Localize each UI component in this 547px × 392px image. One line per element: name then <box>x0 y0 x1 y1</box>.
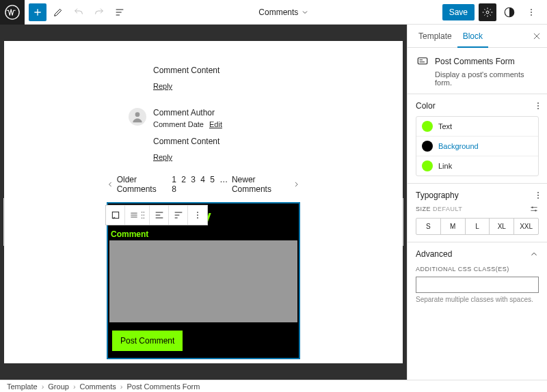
sidebar-tabs: Template Block <box>408 25 547 48</box>
edit-tool-button[interactable] <box>49 3 67 21</box>
svg-point-1 <box>486 11 489 14</box>
breadcrumb-item[interactable]: Template <box>7 382 38 391</box>
svg-point-8 <box>143 214 144 215</box>
wp-logo[interactable] <box>0 0 25 25</box>
align-button[interactable] <box>150 206 169 225</box>
size-settings-icon[interactable] <box>529 204 539 214</box>
page-numbers[interactable]: 1 2 3 4 5 … 8 <box>172 175 232 194</box>
breadcrumb-item[interactable]: Group <box>48 382 69 391</box>
svg-rect-11 <box>418 58 427 64</box>
css-classes-input[interactable] <box>416 277 539 293</box>
comment-author: Comment Author <box>153 108 222 117</box>
svg-point-10 <box>143 218 144 219</box>
comment-textarea[interactable] <box>109 240 297 322</box>
typography-title: Typography <box>416 191 459 200</box>
comments-form-icon <box>416 55 429 68</box>
svg-point-0 <box>5 5 19 18</box>
list-view-button[interactable] <box>111 3 129 21</box>
block-name: Post Comments Form <box>435 57 515 66</box>
svg-point-7 <box>141 214 142 215</box>
comment-item: Comment Author Comment DateEdit Comment … <box>4 105 403 164</box>
font-size-group: S M L XL XXL <box>416 218 539 235</box>
size-xxl[interactable]: XXL <box>514 219 538 234</box>
block-type-button[interactable] <box>106 206 125 225</box>
advanced-toggle[interactable]: Advanced <box>416 249 539 259</box>
resize-handle-right[interactable] <box>402 198 403 246</box>
reply-link[interactable]: Reply <box>153 153 222 161</box>
size-l[interactable]: L <box>466 219 490 234</box>
comment-item: Comment Content Reply <box>4 61 403 93</box>
edit-link[interactable]: Edit <box>209 120 222 128</box>
block-info-panel: Post Comments Form Display a post's comm… <box>408 48 547 94</box>
older-comments-link[interactable]: Older Comments <box>107 175 172 194</box>
editor-canvas[interactable]: Comment Content Reply Comment Author Com… <box>4 41 403 363</box>
chevron-down-icon <box>301 8 309 16</box>
css-classes-hint: Separate multiple classes with spaces. <box>416 296 539 303</box>
comments-pagination: Older Comments 1 2 3 4 5 … 8 Newer Comme… <box>4 167 403 202</box>
reply-link[interactable]: Reply <box>153 82 219 90</box>
post-comments-form-block[interactable]: Leave a Reply Comment Post Comment <box>107 202 300 359</box>
tab-block[interactable]: Block <box>457 25 488 48</box>
svg-rect-4 <box>112 212 118 218</box>
comment-label: Comment <box>108 229 299 240</box>
svg-point-9 <box>141 218 142 219</box>
comment-date: Comment Date <box>153 120 204 128</box>
color-background-button[interactable]: Background <box>416 137 538 156</box>
breadcrumb-item[interactable]: Post Comments Form <box>126 382 200 391</box>
doc-title-text: Comments <box>258 8 298 17</box>
comment-content: Comment Content <box>153 135 222 146</box>
block-breadcrumb: Template› Group› Comments› Post Comments… <box>0 380 547 392</box>
avatar-icon <box>129 108 146 126</box>
more-options-button[interactable] <box>522 3 540 21</box>
post-comment-button[interactable]: Post Comment <box>112 331 183 351</box>
block-description: Display a post's comments form. <box>435 70 539 87</box>
advanced-panel: Advanced ADDITIONAL CSS CLASS(ES) Separa… <box>408 242 547 310</box>
topbar-tools <box>25 3 133 21</box>
resize-handle-left[interactable] <box>3 198 5 246</box>
typography-panel: Typography SIZE DEFAULT S M L XL XXL <box>408 184 547 242</box>
save-button[interactable]: Save <box>442 4 475 20</box>
svg-point-12 <box>532 207 533 208</box>
color-panel: Color Text Background Link <box>408 94 547 184</box>
justify-button[interactable] <box>169 206 188 225</box>
move-button[interactable] <box>125 206 150 225</box>
css-classes-label: ADDITIONAL CSS CLASS(ES) <box>416 266 509 272</box>
settings-sidebar: Template Block Post Comments Form Displa… <box>407 25 547 380</box>
color-title: Color <box>416 101 436 111</box>
close-sidebar-button[interactable] <box>532 31 542 41</box>
comment-content: Comment Content <box>153 64 219 75</box>
document-title[interactable]: Comments <box>133 8 436 17</box>
settings-button[interactable] <box>479 3 496 21</box>
svg-point-6 <box>143 212 144 212</box>
newer-comments-link[interactable]: Newer Comments <box>232 175 300 194</box>
styles-button[interactable] <box>501 3 518 21</box>
add-block-button[interactable] <box>29 3 46 21</box>
redo-button[interactable] <box>90 3 108 21</box>
size-xl[interactable]: XL <box>490 219 514 234</box>
block-options-button[interactable] <box>188 206 207 225</box>
editor-canvas-wrap: Comment Content Reply Comment Author Com… <box>0 25 407 380</box>
svg-point-3 <box>135 112 140 117</box>
undo-button[interactable] <box>70 3 88 21</box>
typography-options-button[interactable] <box>537 192 539 199</box>
breadcrumb-item[interactable]: Comments <box>80 382 116 391</box>
block-toolbar <box>105 205 208 225</box>
topbar: Comments Save <box>0 0 547 25</box>
chevron-up-icon <box>529 249 539 259</box>
color-text-button[interactable]: Text <box>416 117 538 137</box>
size-s[interactable]: S <box>416 219 441 234</box>
topbar-actions: Save <box>436 3 547 21</box>
tab-template[interactable]: Template <box>413 25 457 48</box>
color-options-button[interactable] <box>537 102 539 109</box>
svg-point-5 <box>141 212 142 212</box>
size-m[interactable]: M <box>441 219 466 234</box>
color-link-button[interactable]: Link <box>416 156 538 176</box>
svg-point-13 <box>535 210 536 211</box>
